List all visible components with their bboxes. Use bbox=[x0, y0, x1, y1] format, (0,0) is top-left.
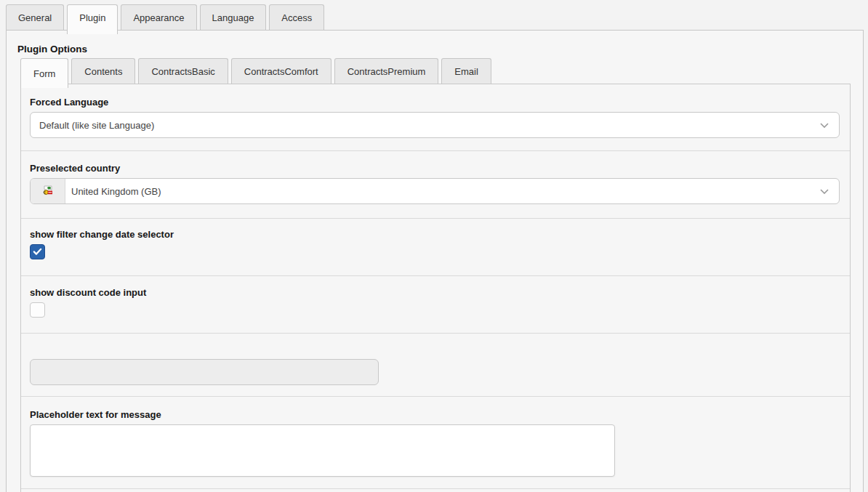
subtab-contractsbasic[interactable]: ContractsBasic bbox=[138, 58, 228, 84]
form-row-forced-language: Forced Language Default (like site Langu… bbox=[21, 84, 850, 151]
forced-language-selected-value: Default (like site Language) bbox=[31, 120, 820, 131]
preselected-country-label: Preselected country bbox=[30, 163, 841, 174]
tab-access[interactable]: Access bbox=[269, 4, 324, 30]
plugin-options-tab-bar: Form Contents ContractsBasic ContractsCo… bbox=[7, 54, 863, 84]
form-row-message-placeholder: Placeholder text for message bbox=[21, 397, 850, 489]
subtab-contractspremium[interactable]: ContractsPremium bbox=[334, 58, 439, 84]
checkmark-icon bbox=[33, 248, 42, 256]
preselected-country-selected-value: United Kingdom (GB) bbox=[65, 186, 820, 197]
form-tab-panel: Forced Language Default (like site Langu… bbox=[20, 84, 851, 492]
filter-date-selector-label: show filter change date selector bbox=[30, 229, 841, 240]
discount-code-checkbox[interactable] bbox=[30, 302, 45, 318]
subtab-form[interactable]: Form bbox=[20, 58, 68, 88]
subtab-email[interactable]: Email bbox=[441, 58, 491, 84]
preselected-country-select[interactable]: United Kingdom (GB) bbox=[30, 178, 840, 204]
form-row-discount-code: show discount code input bbox=[21, 276, 850, 334]
subtab-contractscomfort[interactable]: ContractsComfort bbox=[231, 58, 331, 84]
broken-flag-image-icon bbox=[42, 185, 54, 198]
country-flag-addon bbox=[31, 179, 65, 203]
plugin-settings-panel: Plugin Options Form Contents ContractsBa… bbox=[6, 30, 864, 492]
discount-code-label: show discount code input bbox=[30, 287, 841, 298]
tab-plugin[interactable]: Plugin bbox=[67, 4, 118, 34]
chevron-down-icon bbox=[820, 189, 829, 194]
form-row-preselected-country: Preselected country United Ki bbox=[21, 151, 850, 219]
subtab-contents[interactable]: Contents bbox=[71, 58, 135, 84]
tab-appearance[interactable]: Appearance bbox=[121, 4, 196, 30]
filter-date-selector-checkbox[interactable] bbox=[30, 244, 45, 259]
form-row-filter-date-selector: show filter change date selector bbox=[21, 219, 850, 276]
unlabeled-text-input[interactable] bbox=[30, 359, 379, 385]
tab-language[interactable]: Language bbox=[200, 4, 267, 30]
tab-general[interactable]: General bbox=[6, 4, 64, 30]
message-placeholder-label: Placeholder text for message bbox=[30, 409, 841, 420]
form-row-unlabeled-input bbox=[21, 334, 850, 397]
forced-language-select[interactable]: Default (like site Language) bbox=[30, 112, 840, 138]
message-placeholder-textarea[interactable] bbox=[30, 424, 615, 477]
chevron-down-icon bbox=[820, 123, 829, 128]
section-title: Plugin Options bbox=[7, 31, 863, 54]
main-tab-bar: General Plugin Appearance Language Acces… bbox=[0, 0, 868, 30]
forced-language-label: Forced Language bbox=[30, 97, 841, 108]
